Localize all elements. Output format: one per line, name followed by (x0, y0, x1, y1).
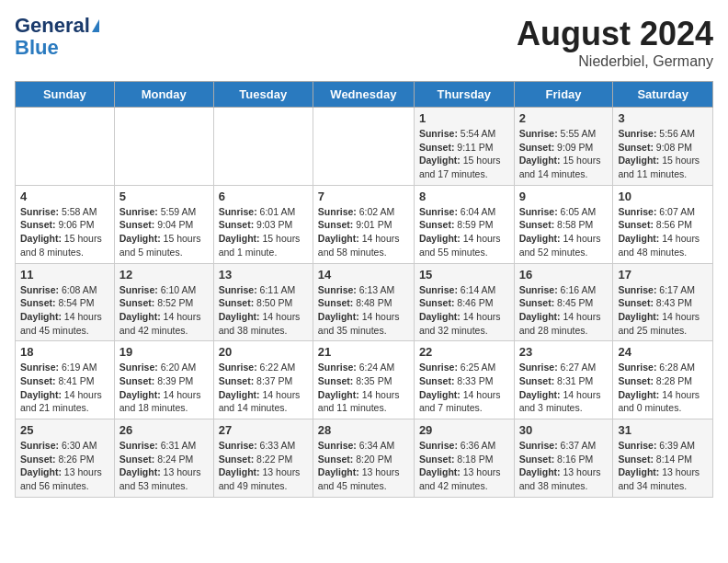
day-number: 4 (20, 190, 109, 203)
day-number: 7 (318, 190, 409, 203)
day-info: Sunrise: 6:13 AM (318, 283, 409, 297)
day-info: Sunrise: 5:59 AM (119, 205, 209, 219)
day-info: Daylight: 14 hours and 14 minutes. (219, 388, 308, 415)
day-number: 6 (219, 190, 308, 203)
day-info: Sunset: 8:56 PM (618, 218, 708, 232)
calendar-cell: 2Sunrise: 5:55 AMSunset: 9:09 PMDaylight… (514, 108, 613, 186)
day-header-monday: Monday (114, 82, 213, 108)
day-info: Daylight: 13 hours and 38 minutes. (519, 465, 609, 492)
day-info: Sunset: 8:58 PM (519, 218, 609, 232)
day-info: Sunset: 9:08 PM (618, 141, 708, 155)
day-info: Sunset: 8:59 PM (419, 218, 509, 232)
day-number: 12 (119, 268, 209, 282)
calendar-week-5: 25Sunrise: 6:30 AMSunset: 8:26 PMDayligh… (16, 419, 713, 498)
day-info: Sunrise: 6:22 AM (219, 361, 308, 374)
day-number: 14 (318, 268, 409, 282)
day-info: Daylight: 13 hours and 49 minutes. (219, 465, 308, 492)
day-number: 25 (20, 423, 109, 437)
calendar-cell: 16Sunrise: 6:16 AMSunset: 8:45 PMDayligh… (514, 263, 613, 341)
logo-text-blue: Blue (15, 37, 59, 59)
day-info: Daylight: 14 hours and 0 minutes. (618, 388, 708, 415)
day-number: 3 (618, 111, 708, 125)
day-info: Sunrise: 6:31 AM (119, 439, 209, 453)
day-number: 22 (419, 345, 509, 359)
day-info: Sunrise: 6:17 AM (618, 283, 708, 297)
calendar-cell: 21Sunrise: 6:24 AMSunset: 8:35 PMDayligh… (313, 341, 414, 419)
calendar-cell: 15Sunrise: 6:14 AMSunset: 8:46 PMDayligh… (414, 263, 514, 341)
day-info: Sunset: 8:46 PM (419, 296, 509, 310)
day-header-saturday: Saturday (613, 82, 713, 108)
day-info: Sunrise: 6:33 AM (219, 439, 308, 453)
day-info: Sunset: 9:09 PM (519, 141, 609, 155)
day-info: Sunset: 8:52 PM (119, 296, 209, 310)
day-number: 21 (318, 345, 409, 359)
month-title: August 2024 (517, 15, 713, 53)
day-info: Daylight: 14 hours and 25 minutes. (618, 310, 708, 337)
day-info: Sunset: 9:01 PM (318, 218, 409, 232)
day-info: Daylight: 15 hours and 14 minutes. (519, 154, 609, 180)
calendar-header-row: SundayMondayTuesdayWednesdayThursdayFrid… (16, 82, 713, 108)
day-number: 5 (119, 190, 209, 203)
day-number: 11 (20, 268, 109, 282)
calendar-week-1: 1Sunrise: 5:54 AMSunset: 9:11 PMDaylight… (16, 108, 713, 186)
calendar-cell: 25Sunrise: 6:30 AMSunset: 8:26 PMDayligh… (16, 419, 115, 498)
day-info: Daylight: 14 hours and 38 minutes. (219, 310, 308, 337)
day-info: Sunrise: 6:05 AM (519, 205, 609, 219)
day-info: Sunrise: 6:04 AM (419, 205, 509, 219)
day-info: Sunrise: 5:55 AM (519, 127, 609, 141)
day-info: Daylight: 14 hours and 35 minutes. (318, 310, 409, 337)
day-info: Sunrise: 6:16 AM (519, 283, 609, 297)
day-info: Sunset: 8:24 PM (119, 453, 209, 466)
day-info: Sunset: 8:33 PM (419, 374, 509, 388)
day-info: Daylight: 14 hours and 21 minutes. (20, 388, 109, 415)
calendar-cell: 8Sunrise: 6:04 AMSunset: 8:59 PMDaylight… (414, 185, 514, 263)
day-info: Sunset: 8:28 PM (618, 374, 708, 388)
day-info: Sunset: 8:22 PM (219, 453, 308, 466)
calendar-cell: 19Sunrise: 6:20 AMSunset: 8:39 PMDayligh… (114, 341, 213, 419)
day-info: Sunset: 8:26 PM (20, 453, 109, 466)
day-info: Daylight: 13 hours and 34 minutes. (618, 465, 708, 492)
calendar-cell (16, 108, 115, 186)
calendar-cell: 28Sunrise: 6:34 AMSunset: 8:20 PMDayligh… (313, 419, 414, 498)
day-info: Sunset: 8:16 PM (519, 453, 609, 466)
day-info: Sunset: 8:18 PM (419, 453, 509, 466)
calendar-cell: 1Sunrise: 5:54 AMSunset: 9:11 PMDaylight… (414, 108, 514, 186)
day-info: Sunrise: 6:28 AM (618, 361, 708, 374)
day-info: Sunset: 8:41 PM (20, 374, 109, 388)
day-info: Sunset: 8:20 PM (318, 453, 409, 466)
day-info: Sunrise: 6:07 AM (618, 205, 708, 219)
calendar-week-4: 18Sunrise: 6:19 AMSunset: 8:41 PMDayligh… (16, 341, 713, 419)
day-info: Sunset: 8:14 PM (618, 453, 708, 466)
day-info: Daylight: 15 hours and 11 minutes. (618, 154, 708, 180)
day-number: 28 (318, 423, 409, 437)
calendar-cell: 7Sunrise: 6:02 AMSunset: 9:01 PMDaylight… (313, 185, 414, 263)
day-info: Daylight: 14 hours and 45 minutes. (20, 310, 109, 337)
day-info: Sunrise: 6:11 AM (219, 283, 308, 297)
calendar-cell: 6Sunrise: 6:01 AMSunset: 9:03 PMDaylight… (213, 185, 313, 263)
day-info: Sunset: 8:48 PM (318, 296, 409, 310)
day-number: 1 (419, 111, 509, 125)
day-info: Daylight: 14 hours and 48 minutes. (618, 232, 708, 259)
calendar-cell: 17Sunrise: 6:17 AMSunset: 8:43 PMDayligh… (613, 263, 713, 341)
day-header-tuesday: Tuesday (213, 82, 313, 108)
day-info: Sunrise: 6:01 AM (219, 205, 308, 219)
calendar-cell: 31Sunrise: 6:39 AMSunset: 8:14 PMDayligh… (613, 419, 713, 498)
day-info: Daylight: 14 hours and 3 minutes. (519, 388, 609, 415)
day-info: Daylight: 13 hours and 53 minutes. (119, 465, 209, 492)
title-section: August 2024 Niederbiel, Germany (517, 15, 713, 70)
day-info: Sunrise: 6:02 AM (318, 205, 409, 219)
day-info: Sunrise: 5:54 AM (419, 127, 509, 141)
day-header-wednesday: Wednesday (313, 82, 414, 108)
day-info: Daylight: 14 hours and 28 minutes. (519, 310, 609, 337)
day-number: 15 (419, 268, 509, 282)
day-info: Daylight: 15 hours and 8 minutes. (20, 232, 109, 259)
calendar-cell: 20Sunrise: 6:22 AMSunset: 8:37 PMDayligh… (213, 341, 313, 419)
calendar-week-2: 4Sunrise: 5:58 AMSunset: 9:06 PMDaylight… (16, 185, 713, 263)
day-number: 23 (519, 345, 609, 359)
calendar-cell: 9Sunrise: 6:05 AMSunset: 8:58 PMDaylight… (514, 185, 613, 263)
day-info: Sunrise: 6:20 AM (119, 361, 209, 374)
day-number: 19 (119, 345, 209, 359)
day-number: 16 (519, 268, 609, 282)
day-number: 9 (519, 190, 609, 203)
day-number: 17 (618, 268, 708, 282)
